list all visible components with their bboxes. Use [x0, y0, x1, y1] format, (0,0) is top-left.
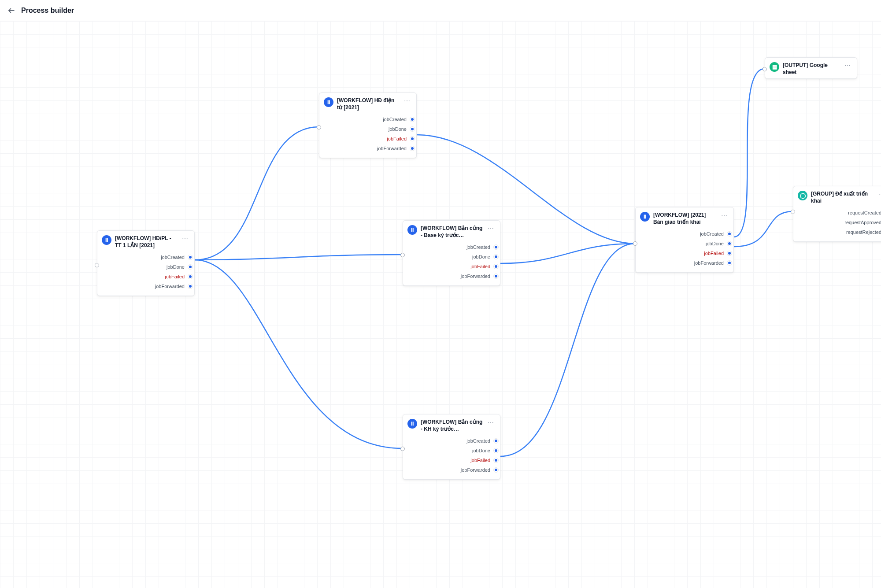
node-outputs: jobCreatedjobDonejobFailedjobForwarded — [403, 241, 500, 285]
node-title: [WORKFLOW] HĐ điện tử [2021] — [337, 97, 400, 111]
group-icon: ◯ — [798, 191, 807, 200]
node-output-row: jobForwarded — [407, 271, 496, 281]
node-output-row: jobDone — [640, 239, 729, 248]
process-canvas[interactable]: ⏸ [WORKFLOW] HĐ/PL - TT 1 LẦN [2021] ⋯ j… — [0, 21, 881, 588]
node-out-port[interactable] — [727, 232, 732, 236]
node-out-port[interactable] — [188, 284, 192, 288]
node-title: [OUTPUT] Google sheet — [783, 62, 840, 76]
node-output-label: requestApproved — [844, 220, 881, 225]
node-more-button[interactable]: ⋯ — [403, 97, 412, 104]
node-output-label: jobDone — [472, 254, 490, 259]
app-root: Process builder — [0, 0, 881, 588]
node-output-row: jobDone — [407, 252, 496, 262]
node-output-row: jobDone — [407, 446, 496, 455]
node-title: [WORKFLOW] Bản cứng - Base ký trước… — [421, 225, 483, 239]
node-output-label: jobDone — [472, 448, 490, 453]
node-title: [WORKFLOW] HĐ/PL - TT 1 LẦN [2021] — [115, 235, 178, 249]
node-workflow-base-ky-truoc[interactable]: ⏸ [WORKFLOW] Bản cứng - Base ký trước… ⋯… — [403, 220, 500, 286]
node-output-label: jobDone — [706, 241, 724, 246]
node-output-row: jobCreated — [407, 242, 496, 252]
workflow-icon: ⏸ — [407, 225, 417, 235]
page-header: Process builder — [0, 0, 881, 21]
node-output-label: jobFailed — [704, 251, 724, 256]
node-out-port[interactable] — [494, 255, 498, 259]
node-out-port[interactable] — [410, 146, 415, 151]
node-output-label: jobForwarded — [155, 284, 185, 289]
node-outputs: jobCreatedjobDonejobFailedjobForwarded — [636, 228, 733, 272]
node-out-port[interactable] — [727, 251, 732, 255]
node-group-de-xuat[interactable]: ◯ [GROUP] Đề xuất triển khai ⋯ requestCr… — [793, 186, 881, 242]
node-output-row: requestApproved — [798, 218, 881, 227]
node-output-label: jobFailed — [165, 274, 185, 279]
node-output-label: jobDone — [167, 264, 185, 270]
node-more-button[interactable]: ⋯ — [181, 235, 190, 242]
node-outputs: jobCreatedjobDonejobFailedjobForwarded — [403, 435, 500, 479]
node-output-label: jobFailed — [387, 136, 407, 141]
node-output-label: jobCreated — [161, 255, 185, 260]
node-out-port[interactable] — [494, 264, 498, 269]
node-output-row: jobForwarded — [640, 258, 729, 268]
node-output-row: jobFailed — [324, 134, 412, 144]
node-title: [WORKFLOW] Bản cứng - KH ký trước… — [421, 419, 483, 433]
node-out-port[interactable] — [494, 458, 498, 462]
node-out-port[interactable] — [494, 274, 498, 278]
node-output-row: jobCreated — [324, 115, 412, 124]
node-out-port[interactable] — [727, 241, 732, 246]
node-output-row: jobForwarded — [407, 465, 496, 475]
node-output-row: jobCreated — [640, 229, 729, 239]
node-out-port[interactable] — [188, 265, 192, 269]
node-out-port[interactable] — [410, 117, 415, 122]
node-output-label: requestCreated — [848, 210, 881, 215]
node-outputs: requestCreatedrequestApprovedrequestReje… — [793, 207, 881, 241]
node-more-button[interactable]: ⋯ — [487, 225, 496, 232]
node-output-row: jobFailed — [407, 262, 496, 271]
node-output-label: jobCreated — [466, 438, 490, 444]
node-out-port[interactable] — [410, 137, 415, 141]
node-outputs: jobCreatedjobDonejobFailedjobForwarded — [97, 251, 194, 296]
node-in-port[interactable] — [791, 210, 795, 214]
node-more-button[interactable]: ⋯ — [878, 191, 881, 198]
node-out-port[interactable] — [494, 468, 498, 472]
node-out-port[interactable] — [494, 245, 498, 249]
node-output-row: jobCreated — [102, 252, 190, 262]
sheet-icon: ▦ — [770, 62, 779, 72]
node-title: [GROUP] Đề xuất triển khai — [811, 191, 874, 204]
node-in-port[interactable] — [400, 447, 405, 451]
node-out-port[interactable] — [188, 255, 192, 259]
node-in-port[interactable] — [763, 67, 767, 71]
node-output-row: jobFailed — [102, 272, 190, 281]
back-arrow-icon[interactable] — [7, 6, 16, 15]
node-output-row: jobFailed — [640, 248, 729, 258]
node-output-row: jobDone — [102, 262, 190, 272]
workflow-icon: ⏸ — [640, 212, 650, 222]
node-out-port[interactable] — [494, 439, 498, 443]
node-in-port[interactable] — [400, 253, 405, 257]
node-output-row: jobDone — [324, 124, 412, 134]
node-in-port[interactable] — [95, 263, 99, 267]
node-output-row: jobCreated — [407, 436, 496, 446]
node-out-port[interactable] — [494, 448, 498, 453]
workflow-icon: ⏸ — [407, 419, 417, 429]
node-out-port[interactable] — [410, 127, 415, 131]
workflow-icon: ⏸ — [102, 235, 111, 245]
node-more-button[interactable]: ⋯ — [720, 212, 729, 219]
node-output-google-sheet[interactable]: ▦ [OUTPUT] Google sheet ⋯ — [765, 57, 857, 79]
node-more-button[interactable]: ⋯ — [487, 419, 496, 426]
page-title: Process builder — [21, 7, 74, 15]
node-out-port[interactable] — [727, 261, 732, 265]
node-title: [WORKFLOW] [2021] Bàn giao triển khai — [653, 212, 717, 226]
node-in-port[interactable] — [633, 241, 637, 246]
node-output-label: jobFailed — [470, 458, 490, 463]
node-workflow-hdpl[interactable]: ⏸ [WORKFLOW] HĐ/PL - TT 1 LẦN [2021] ⋯ j… — [97, 230, 195, 296]
node-workflow-ban-giao[interactable]: ⏸ [WORKFLOW] [2021] Bàn giao triển khai … — [635, 207, 734, 273]
node-output-row: jobForwarded — [102, 281, 190, 291]
node-output-label: jobForwarded — [461, 274, 490, 279]
node-in-port[interactable] — [317, 125, 321, 129]
node-more-button[interactable]: ⋯ — [844, 62, 852, 69]
node-out-port[interactable] — [188, 274, 192, 279]
node-workflow-hd-dien-tu[interactable]: ⏸ [WORKFLOW] HĐ điện tử [2021] ⋯ jobCrea… — [319, 92, 417, 158]
node-output-row: jobFailed — [407, 455, 496, 465]
node-workflow-kh-ky-truoc[interactable]: ⏸ [WORKFLOW] Bản cứng - KH ký trước… ⋯ j… — [403, 414, 500, 480]
node-output-label: jobCreated — [383, 117, 407, 122]
node-output-label: requestRejected — [846, 229, 881, 235]
